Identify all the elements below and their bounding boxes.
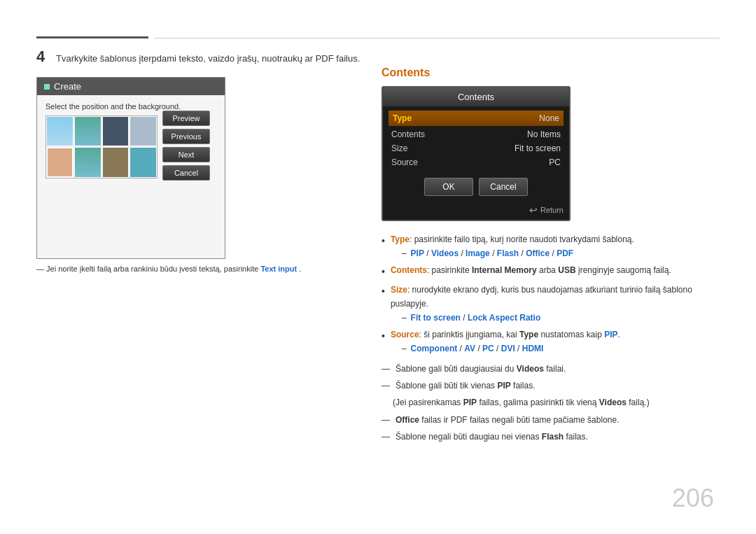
- thumb-5[interactable]: [46, 147, 74, 178]
- source-bullet: • Source: ši parinktis įjungiama, kai Ty…: [382, 328, 724, 356]
- note-dash-2: —: [382, 379, 390, 393]
- usb-bold: USB: [558, 265, 575, 275]
- thumb-3[interactable]: [102, 116, 130, 146]
- office-bold-4: Office: [396, 415, 419, 425]
- sub-note-suffix: .: [299, 265, 301, 273]
- note-1: — Šablone gali būti daugiausiai du Video…: [382, 362, 724, 376]
- page-number: 206: [672, 484, 714, 513]
- lock-aspect-ratio-link: Lock Aspect Ratio: [468, 313, 540, 323]
- type-text: : pasirinkite failo tipą, kurį norite na…: [410, 234, 634, 244]
- type-bullet: • Type: pasirinkite failo tipą, kurį nor…: [382, 232, 724, 261]
- dialog-type-row: Type None: [388, 111, 564, 126]
- sep3: /: [492, 248, 497, 258]
- cancel-dialog-button[interactable]: Cancel: [479, 178, 528, 196]
- fit-to-screen-link: Fit to screen: [411, 313, 461, 323]
- type-sub-dash: –: [402, 246, 407, 260]
- pc-link: PC: [482, 344, 494, 353]
- notes-section: — Šablone gali būti daugiausiai du Video…: [382, 362, 724, 444]
- thumbnail-area: [46, 115, 158, 178]
- note-5-text: Šablone negali būti daugiau nei vienas F…: [396, 430, 588, 444]
- size-sub-dash: –: [402, 311, 407, 325]
- previous-button[interactable]: Previous: [162, 129, 210, 144]
- source-text3: .: [618, 330, 620, 339]
- sub-note-prefix: — Jei norite įkelti failą arba rankiniu …: [36, 265, 258, 273]
- source-sub-dash: –: [402, 342, 407, 356]
- contents-title: Contents: [382, 66, 724, 79]
- note-3: (Jei pasirenkamas PIP failas, galima pas…: [382, 395, 724, 409]
- thumb-2[interactable]: [74, 116, 102, 146]
- thumb-7[interactable]: [102, 147, 130, 178]
- note-4: — Office failas ir PDF failas negali būt…: [382, 413, 724, 427]
- contents-dialog: Contents Type None Contents No Items Siz…: [382, 86, 570, 221]
- note-4-text: Office failas ir PDF failas negali būti …: [396, 413, 620, 427]
- pip-bold-3: PIP: [463, 398, 477, 407]
- source-value: PC: [549, 157, 561, 167]
- type-value: None: [539, 113, 559, 123]
- size-bullet: • Size: nurodykite ekrano dydį, kuris bu…: [382, 283, 724, 325]
- sub-note: — Jei norite įkelti failą arba rankiniu …: [36, 265, 301, 273]
- preview-button[interactable]: Preview: [162, 111, 210, 126]
- source-sub-bullet: – Component / AV / PC / DVI / HDMI: [391, 342, 620, 356]
- bullet-dot-3: •: [382, 283, 385, 300]
- note-3-text: (Jei pasirenkamas PIP failas, galima pas…: [393, 395, 650, 409]
- dialog-buttons: OK Cancel: [383, 172, 569, 202]
- type-sub-bullet: – PIP / Videos / Image / Flash / Office …: [391, 246, 634, 260]
- note-dash-5: —: [382, 430, 390, 444]
- cancel-button[interactable]: Cancel: [162, 165, 210, 181]
- dialog-footer: ↩ Return: [383, 202, 569, 220]
- contents-text1: : pasirinkite: [427, 265, 472, 275]
- videos-bold-1: Videos: [517, 364, 544, 374]
- create-instruction: Select the position and the background.: [46, 102, 216, 111]
- size-sub-bullet: – Fit to screen / Lock Aspect Ratio: [391, 311, 724, 325]
- source-text1: : ši parinktis įjungiama, kai: [419, 330, 519, 339]
- pdf-link: PDF: [556, 248, 573, 258]
- note-1-text: Šablone gali būti daugiausiai du Videos …: [396, 362, 566, 376]
- source-label: Source: [391, 157, 418, 167]
- create-panel-title: Create: [54, 81, 81, 92]
- sep6: /: [463, 313, 468, 323]
- return-arrow-icon: ↩: [529, 204, 538, 216]
- thumb-8[interactable]: [130, 147, 157, 178]
- ok-button[interactable]: OK: [424, 178, 473, 196]
- size-text: : nurodykite ekrano dydį, kuris bus naud…: [391, 285, 692, 309]
- pip-link: PIP: [411, 248, 424, 258]
- note-dash-4: —: [382, 413, 390, 427]
- note-2-text: Šablone gali būti tik vienas PIP failas.: [396, 379, 535, 393]
- pip-bold-2: PIP: [497, 381, 510, 391]
- contents-section: Contents Contents Type None Contents No …: [382, 66, 724, 447]
- sep1: /: [426, 248, 431, 258]
- dialog-size-row: Size Fit to screen: [388, 141, 564, 155]
- hdmi-link: HDMI: [522, 344, 544, 353]
- contents-bold: Contents: [391, 265, 427, 275]
- sep9: /: [496, 344, 501, 353]
- av-link: AV: [464, 344, 475, 353]
- contents-text3: įrenginyje saugomą failą.: [576, 265, 671, 275]
- source-text2: nustatomas kaip: [538, 330, 604, 339]
- contents-value: No Items: [527, 129, 561, 139]
- pip-ref-link: PIP: [604, 330, 617, 339]
- top-line-left: [36, 36, 148, 38]
- return-label: Return: [540, 206, 564, 214]
- next-button[interactable]: Next: [162, 147, 210, 162]
- thumbnail-grid: [46, 116, 157, 178]
- flash-bold-5: Flash: [542, 432, 564, 442]
- thumb-4[interactable]: [130, 116, 157, 146]
- note-2: — Šablone gali būti tik vienas PIP faila…: [382, 379, 724, 393]
- thumb-1[interactable]: [46, 116, 74, 146]
- dialog-body: Type None Contents No Items Size Fit to …: [383, 106, 569, 172]
- thumb-6[interactable]: [74, 147, 102, 178]
- bullet-list: • Type: pasirinkite failo tipą, kurį nor…: [382, 232, 724, 356]
- type-ref-bold: Type: [519, 330, 538, 339]
- dialog-source-row: Source PC: [388, 155, 564, 169]
- size-bold: Size: [391, 285, 407, 295]
- text-input-link[interactable]: Text input: [260, 265, 297, 273]
- image-link: Image: [465, 248, 490, 258]
- bullet-dot-2: •: [382, 264, 385, 281]
- type-label: Type: [393, 113, 412, 123]
- panel-buttons: Preview Previous Next Cancel: [162, 111, 210, 181]
- flash-link: Flash: [497, 248, 519, 258]
- step-text: Tvarkykite šablonus įterpdami teksto, va…: [56, 53, 360, 64]
- step-number: 4: [36, 48, 45, 66]
- sep10: /: [517, 344, 522, 353]
- bullet-dot-1: •: [382, 233, 385, 250]
